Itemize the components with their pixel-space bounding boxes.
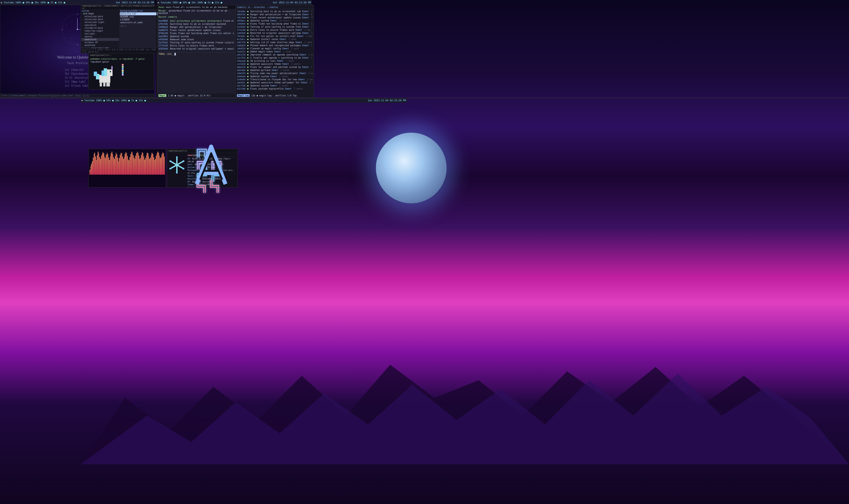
git-log-row[interactable]: bb0140d ● Updated pyrland Emmet 2 weeks — [237, 69, 313, 72]
pokemon-terminal-window: emmet@snowfire:~ pokemon-colorscripts -n… — [88, 53, 153, 90]
list-item-selected[interactable]: uwunicorn — [82, 38, 119, 41]
topbar-br-datetime: Sat 2023-11-04 02:13:20 PM — [368, 99, 406, 102]
qute-menu-quickmarks[interactable]: [b] [Quickmarks] — [65, 72, 90, 75]
topbar-left-youtube-icon: ▶ — [1, 1, 2, 4]
music-bar — [134, 158, 134, 175]
moon-decoration — [376, 133, 447, 203]
svg-rect-24 — [108, 82, 110, 86]
git-log-row[interactable]: c0b0533 ● Cleaned up magit config Emmet … — [237, 47, 313, 50]
git-log-row[interactable]: e5b0f59 ● Trying some new power optimiza… — [237, 72, 313, 75]
qute-menu-search[interactable]: [o] [Search] — [65, 68, 90, 71]
list-item[interactable]: tomorrow-night — [82, 30, 119, 32]
svg-rect-22 — [103, 82, 106, 86]
music-bar — [163, 152, 163, 175]
git-log-row[interactable]: cefd230 ● Updated uwunicorn theme Emmet … — [237, 62, 313, 66]
git-log-row[interactable]: b3c77d0 ● Updated system Emmet 3 weeks — [237, 84, 313, 87]
git-log-row[interactable]: 5d07f18 ● Getting rid of some electron p… — [237, 41, 313, 44]
qute-menu-history[interactable]: [S h] [History] — [65, 76, 90, 79]
git-commits-list: dee0880 main gitea/main gitlab/main gith… — [157, 19, 235, 51]
git-log-row[interactable]: 5a94da4 ● Updated system Emmet 2 weeks — [237, 75, 313, 78]
git-commit-row[interactable]: 2774c00 Extra lines to ensure flakes wor… — [159, 44, 234, 47]
list-item[interactable]: woodland — [82, 44, 119, 47]
music-bar — [116, 153, 116, 175]
music-bar — [158, 152, 158, 175]
git-log-row[interactable]: c950656 ● Fixes flake not building when … — [237, 22, 313, 25]
git-log-row[interactable]: 5a6b019 ● Pinned embark and reorganized … — [237, 44, 313, 47]
git-log-row[interactable]: f45c4e0 ● Fixes recent qutebrowser updat… — [237, 16, 313, 19]
music-bar — [93, 158, 93, 175]
music-bar — [114, 159, 115, 175]
music-bar — [130, 154, 131, 175]
git-commit-row[interactable]: ef0c50b Switching back to gh as screensh… — [159, 22, 234, 26]
list-item[interactable]: selenized-dark — [82, 18, 119, 21]
git-commit-row[interactable]: 5490be0 Ranger dnd optimization + qb fil… — [159, 26, 234, 29]
list-item[interactable]: LICENSE — [120, 18, 158, 21]
qute-menu-closetab[interactable]: [x] [Close tab] — [65, 84, 90, 87]
git-log-row[interactable]: a2650a0 ● Reverted to original uwunicorn… — [237, 32, 313, 35]
magit-log-mode-indicator: Magit Log — [237, 94, 250, 97]
git-log-row[interactable]: e011f28 ● Improved comment on agenda syn… — [237, 53, 313, 56]
list-item[interactable]: ald-hope — [82, 12, 119, 15]
list-item[interactable]: spaceduck — [82, 24, 119, 26]
music-bar — [128, 160, 129, 175]
music-bar — [132, 153, 133, 175]
qute-menu-newtab[interactable]: [t] [New tab] — [65, 80, 90, 83]
topbar-bl-status: Youtube 100% ■ 59% ■ 10x 100% ■ 1% ■ 11%… — [85, 99, 146, 102]
git-commit-row[interactable]: a2650a0 Reverted to original uwunicorn w… — [159, 47, 234, 50]
music-bar — [121, 153, 122, 175]
git-log-row[interactable]: 0c158cc ● Updated install notes Emmet 1 … — [237, 38, 313, 41]
git-log-row[interactable]: 4960736 ● Ranger dnd optimization + qb f… — [237, 13, 313, 16]
svg-rect-16 — [99, 75, 110, 83]
music-bar — [126, 152, 126, 175]
files-section-themes: system — [82, 10, 119, 12]
list-item[interactable]: background256.txt — [120, 10, 158, 12]
git-commit-row[interactable]: bad2003 Updated system — [159, 35, 234, 38]
ascii-logo: ╔╗ ╔╗╔╗ ╔╝╔╝ ╚╗╚╗ — [195, 144, 224, 192]
git-log-row[interactable]: b80a278 ● Fixes for waybar and patched c… — [237, 66, 313, 69]
magit-log-pane: Commits in --branches --remotes f9a3b8e … — [236, 5, 314, 97]
svg-point-3 — [77, 14, 78, 15]
magit-statusbar-left: Magit 1.8k ● magit: .dotfiles 32:0 All — [157, 93, 235, 97]
git-commit-row[interactable]: 4a066f0 Fixes recent qutebrowser update … — [159, 29, 234, 32]
git-commit-row[interactable]: dee0880 main gitea/main gitlab/main gith… — [159, 19, 234, 22]
music-bar — [92, 161, 93, 175]
list-item[interactable]: ubuntu — [82, 35, 119, 38]
git-log-row[interactable]: a4e503c ● Updated uwunicorn theme wallpa… — [237, 81, 313, 84]
git-log-list: f9a3b8e ● Switching back to gh as screen… — [236, 9, 314, 90]
git-log-row[interactable]: f9a3b8e ● Switching back to gh as screen… — [237, 10, 313, 13]
git-log-row[interactable]: df6eee8 ● 3d printing is cool Emmet 1 we… — [237, 59, 313, 62]
git-log-row[interactable]: 2774c00 ● Extra lines to ensure flakes w… — [237, 29, 313, 32]
list-item[interactable]: README.org — [120, 15, 158, 18]
git-commit-row[interactable]: 8700c80 Fixes flake not building when fl… — [159, 32, 234, 35]
music-bar — [134, 159, 135, 175]
topbar-left-status: Youtube 100% ■ 59% ■ 10x 100% ■ 1% ■ 11%… — [4, 1, 65, 4]
list-item[interactable]: uwunicorn-yt.yaml — [120, 21, 158, 24]
git-log-row[interactable]: 4059b4c ● Updated system Emmet 18 hours — [237, 19, 313, 22]
git-log-row[interactable]: b327398 ● Fixes youtube hyprprofile Emme… — [237, 87, 313, 90]
list-item[interactable]: windows-95 — [82, 41, 119, 44]
music-bar — [162, 154, 162, 175]
list-item[interactable]: stormbird-dark — [82, 26, 119, 30]
todos-line: TODOs (14)_ — [157, 52, 235, 56]
git-log-row[interactable]: 5af93d2 ● Testing if auto-cpufreq is sys… — [237, 25, 313, 29]
git-commit-row[interactable]: 5af93d2 Testing if auto-cpufreq is syste… — [159, 41, 234, 44]
list-item-highlight[interactable]: polarity.txt — [120, 12, 158, 15]
music-bar — [137, 152, 138, 175]
git-log-row[interactable]: 70f4e6c ● Fix for nix parser on install.… — [237, 35, 313, 38]
neofetch-header-title: emmet@snowfire — [168, 150, 187, 152]
git-log-row[interactable]: 5c0b660 ● Transitioned to flatpak obs fo… — [237, 78, 313, 81]
music-bar — [149, 157, 149, 175]
git-log-row[interactable]: 7ea4f2c ● Added magit-todos Emmet 1 week — [237, 50, 313, 53]
music-bar — [150, 158, 151, 175]
music-bar — [113, 157, 114, 175]
topbar-left: ▶ Youtube 100% ■ 59% ■ 10x 100% ■ 1% ■ 1… — [0, 0, 155, 5]
magit-mode-indicator: Magit — [159, 94, 166, 97]
list-item[interactable]: selenized-light — [82, 21, 119, 24]
git-commit-row[interactable]: a950d60 Removed some bloat — [159, 38, 234, 41]
list-item[interactable]: selenized-dark — [82, 15, 119, 18]
music-bar — [156, 156, 157, 175]
svg-point-36 — [169, 168, 171, 169]
list-item[interactable]: twilight — [82, 32, 119, 35]
music-bar — [125, 154, 125, 175]
git-log-row[interactable]: e1c7253 ● I finally got agenda + syncthi… — [237, 56, 313, 59]
